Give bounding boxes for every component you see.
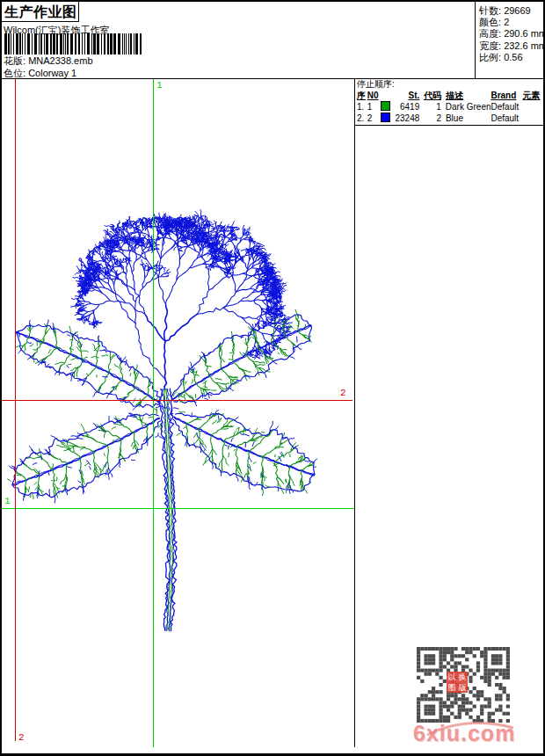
guide-vertical-red (15, 79, 16, 741)
row1-seq: 1. (357, 102, 367, 113)
colorway-value: Colorway 1 (28, 68, 76, 78)
row2-description: Blue (443, 113, 490, 124)
table-row: 1. 1 6419 1 Dark Green Default (357, 101, 543, 113)
row1-stitches: 6419 (393, 102, 422, 113)
thread-color-swatch (381, 101, 390, 111)
col-element: 元素 (523, 91, 543, 101)
col-seq: 序 (357, 91, 367, 101)
row1-description: Dark Green (443, 102, 491, 113)
barcode (4, 33, 143, 55)
stop-sequence-table: 停止顺序: 序 N0 St. 代码 描述 Brand 元素 1. 1 6419 … (355, 79, 543, 126)
row1-code: 1 (422, 102, 443, 113)
table-header-row: 序 N0 St. 代码 描述 Brand 元素 (357, 90, 543, 101)
design-stats-box: 针数: 29669 颜色: 2 高度: 290.6 mm 宽度: 232.6 m… (475, 2, 543, 78)
guide-label-red-bottom: 2 (18, 733, 25, 743)
pattern-value: MNA2338.emb (28, 55, 92, 66)
stop-sequence-title: 停止顺序: (357, 79, 543, 90)
row2-brand: Default (490, 113, 522, 124)
row2-n0: 2 (367, 113, 381, 124)
guide-label-green-top: 1 (156, 81, 163, 91)
table-row: 2. 2 23248 2 Blue Default (357, 113, 543, 124)
col-brand: Brand (490, 91, 522, 101)
col-st: St. (381, 91, 422, 101)
qr-center-stamp: 以换图版 (447, 672, 468, 693)
watermark-text: 6xiu.com (413, 721, 515, 746)
row1-n0: 1 (367, 102, 381, 113)
col-desc: 描述 (443, 91, 490, 101)
col-code: 代码 (422, 91, 443, 101)
row2-code: 2 (422, 113, 443, 124)
col-n0: N0 (367, 91, 381, 101)
guide-label-green-left: 1 (4, 497, 11, 506)
stat-height: 高度: 290.6 mm (479, 28, 543, 40)
stat-scale: 比例: 0.56 (479, 52, 543, 63)
guide-label-red-right: 2 (340, 389, 346, 398)
stat-colors: 颜色: 2 (479, 17, 543, 28)
guide-horizontal-red (2, 400, 352, 401)
row2-seq: 2. (357, 113, 367, 124)
thread-color-swatch (381, 113, 390, 122)
row2-stitches: 23248 (394, 113, 423, 124)
stat-stitches: 针数: 29669 (479, 5, 543, 17)
stat-width: 宽度: 232.6 mm (479, 40, 543, 52)
row1-brand: Default (491, 102, 523, 113)
pattern-label: 花版: (4, 55, 25, 66)
guide-vertical-green (153, 79, 154, 747)
embroidery-design (2, 79, 354, 747)
page-title: 生产作业图 (2, 2, 79, 22)
pattern-file-row: 花版: MNA2338.emb (4, 55, 93, 68)
colorway-label: 色位: (4, 68, 25, 78)
guide-horizontal-green (2, 508, 354, 509)
